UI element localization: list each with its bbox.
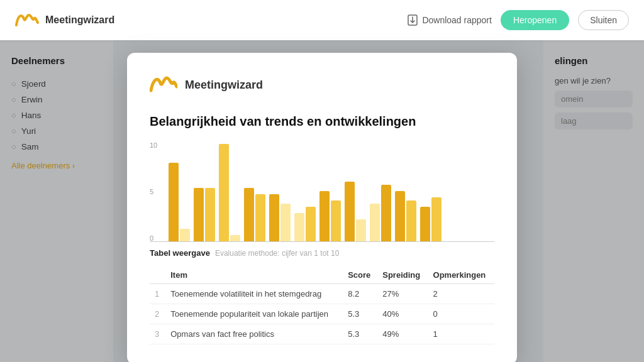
table-row: 1 Toenemende volatiliteit in het stemged… bbox=[150, 284, 494, 304]
data-table: Item Score Spreiding Opmerkingen 1 Toene… bbox=[150, 266, 494, 344]
download-label: Download rapport bbox=[422, 15, 492, 25]
row-num: 3 bbox=[150, 324, 165, 344]
bar bbox=[306, 207, 316, 241]
bar bbox=[255, 194, 265, 241]
brand: Meetingwizard bbox=[15, 10, 114, 30]
heropenen-button[interactable]: Heropenen bbox=[501, 10, 569, 30]
chart-container: 0 5 10 bbox=[150, 141, 494, 242]
bar bbox=[381, 185, 391, 241]
navbar: Meetingwizard Download rapport Heropenen… bbox=[0, 0, 644, 40]
row-spread: 40% bbox=[377, 304, 428, 324]
bar-group bbox=[169, 163, 190, 241]
bar bbox=[294, 213, 304, 241]
table-row: 2 Toenemende populariteit van lokale par… bbox=[150, 304, 494, 324]
modal-header: Meetingwizard bbox=[150, 73, 494, 97]
col-spread-header: Spreiding bbox=[377, 266, 428, 284]
bar bbox=[370, 204, 380, 241]
bar bbox=[219, 144, 229, 241]
chart-title: Belangrijkheid van trends en ontwikkelin… bbox=[150, 114, 494, 129]
row-item: Opmars van fact free politics bbox=[165, 324, 343, 344]
row-item: Toenemende populariteit van lokale parti… bbox=[165, 304, 343, 324]
bar bbox=[244, 188, 254, 241]
row-item: Toenemende volatiliteit in het stemgedra… bbox=[165, 284, 343, 304]
bar bbox=[406, 200, 416, 241]
col-opmerking-header: Opmerkingen bbox=[428, 266, 494, 284]
bar-group bbox=[194, 188, 215, 241]
col-num-header bbox=[150, 266, 165, 284]
col-item-header: Item bbox=[165, 266, 343, 284]
modal-logo bbox=[150, 73, 177, 97]
table-row: 3 Opmars van fact free politics 5.3 49% … bbox=[150, 324, 494, 344]
row-score: 5.3 bbox=[343, 304, 377, 324]
bar bbox=[269, 194, 279, 241]
bar-group bbox=[420, 197, 441, 241]
bar bbox=[169, 163, 179, 241]
bar bbox=[319, 191, 330, 241]
row-spread: 49% bbox=[377, 324, 428, 344]
navbar-logo bbox=[15, 10, 39, 30]
bar-group bbox=[319, 191, 341, 241]
table-sublabel: Evaluatie methode: cijfer van 1 tot 10 bbox=[215, 249, 339, 258]
bar bbox=[420, 207, 430, 241]
bar bbox=[356, 219, 366, 241]
row-opmerking: 1 bbox=[428, 324, 494, 344]
bar bbox=[230, 235, 240, 241]
bar bbox=[395, 191, 405, 241]
bar-group bbox=[345, 182, 366, 241]
bar-group bbox=[219, 144, 240, 241]
chart-area bbox=[150, 141, 494, 242]
bar bbox=[194, 188, 204, 241]
main-layout: Deelnemers ○ Sjoerd ○ Erwin ○ Hans ○ Yur… bbox=[0, 40, 644, 362]
table-header-row: Item Score Spreiding Opmerkingen bbox=[150, 266, 494, 284]
bar bbox=[180, 229, 190, 241]
bar-group bbox=[370, 185, 391, 241]
bar-group bbox=[294, 207, 316, 241]
bar-group bbox=[269, 194, 291, 241]
row-num: 1 bbox=[150, 284, 165, 304]
bar bbox=[331, 200, 341, 241]
row-score: 5.3 bbox=[343, 324, 377, 344]
modal-brand-name: Meetingwizard bbox=[185, 79, 263, 92]
bar bbox=[205, 188, 215, 241]
navbar-actions: Download rapport Heropenen Sluiten bbox=[408, 10, 629, 30]
row-opmerking: 0 bbox=[428, 304, 494, 324]
download-button[interactable]: Download rapport bbox=[408, 14, 492, 26]
bar-group bbox=[244, 188, 265, 241]
bar-group bbox=[395, 191, 416, 241]
bar bbox=[280, 204, 291, 241]
table-body: 1 Toenemende volatiliteit in het stemged… bbox=[150, 284, 494, 344]
modal-overlay: Meetingwizard Belangrijkheid van trends … bbox=[0, 40, 644, 362]
table-label-row: Tabel weergave Evaluatie methode: cijfer… bbox=[150, 248, 494, 258]
row-num: 2 bbox=[150, 304, 165, 324]
modal: Meetingwizard Belangrijkheid van trends … bbox=[127, 53, 517, 362]
table-label: Tabel weergave bbox=[150, 248, 210, 258]
bar bbox=[345, 182, 355, 241]
sluiten-button[interactable]: Sluiten bbox=[578, 10, 629, 30]
row-spread: 27% bbox=[377, 284, 428, 304]
row-score: 8.2 bbox=[343, 284, 377, 304]
row-opmerking: 2 bbox=[428, 284, 494, 304]
bar bbox=[431, 197, 441, 241]
col-score-header: Score bbox=[343, 266, 377, 284]
navbar-brand-name: Meetingwizard bbox=[45, 14, 114, 26]
